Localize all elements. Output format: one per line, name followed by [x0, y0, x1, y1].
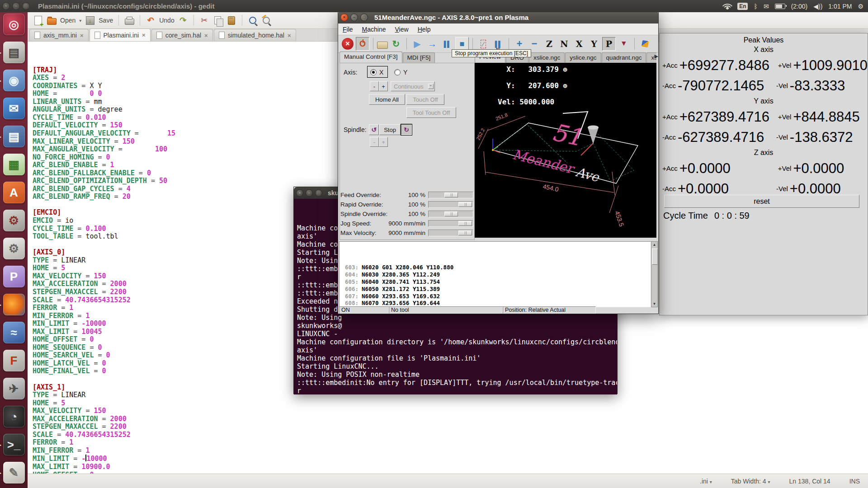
- reload-file-button[interactable]: ↻: [389, 37, 403, 51]
- toolbox-icon[interactable]: A: [3, 182, 25, 203]
- gedit-tab[interactable]: Plasmaini.ini ×: [90, 28, 151, 41]
- clear-plot-button[interactable]: [638, 37, 652, 51]
- spindle-stop-button[interactable]: Stop: [379, 124, 401, 135]
- preview-pane[interactable]: 454.0 453.5 251.8 252.2 51 Meander Ave X…: [475, 63, 656, 238]
- view-y-button[interactable]: Y: [587, 37, 601, 51]
- battery-icon[interactable]: [775, 4, 785, 9]
- maximize-window-button[interactable]: □: [315, 189, 322, 197]
- preferences-icon[interactable]: ⚙: [3, 238, 25, 259]
- open-dropdown-icon[interactable]: ▾: [79, 18, 81, 23]
- spindle-cw-button[interactable]: ↻: [401, 124, 412, 135]
- axis-y-radio[interactable]: Y: [394, 69, 407, 76]
- menu-item[interactable]: Help: [413, 26, 435, 33]
- slider[interactable]: [428, 230, 473, 236]
- freecad-icon[interactable]: F: [3, 350, 25, 371]
- stop-button[interactable]: ■: [455, 37, 469, 51]
- tab[interactable]: xslice.ngc: [529, 52, 565, 63]
- home-all-button[interactable]: Home All: [369, 94, 405, 105]
- ubuntu-dash-button[interactable]: ◎: [3, 14, 25, 35]
- zoom-out-button[interactable]: −: [528, 37, 541, 51]
- bluetooth-icon[interactable]: ᛒ: [754, 3, 757, 10]
- replace-icon[interactable]: [261, 15, 271, 25]
- spindle-plus-button[interactable]: +: [379, 137, 388, 147]
- print-button[interactable]: [124, 15, 134, 25]
- menu-item[interactable]: Machine: [358, 26, 391, 33]
- files-icon[interactable]: ▸ ▤: [3, 42, 25, 63]
- open-button-label[interactable]: Open: [60, 17, 75, 24]
- undo-icon[interactable]: ↶: [146, 15, 156, 25]
- open-button-icon[interactable]: [47, 15, 57, 25]
- jog-mode-select[interactable]: Continuous ⯆: [391, 81, 435, 91]
- close-window-button[interactable]: ×: [2, 2, 10, 10]
- reset-button[interactable]: reset: [664, 195, 859, 208]
- slider[interactable]: [428, 211, 473, 217]
- view-z-rotated-button[interactable]: N: [557, 37, 571, 51]
- office-document-icon[interactable]: ▸ ▤: [3, 126, 25, 147]
- axis-x-radio[interactable]: X: [370, 69, 383, 76]
- menu-item[interactable]: File: [338, 26, 358, 33]
- save-button-label[interactable]: Save: [99, 17, 113, 24]
- view-z-button[interactable]: Z: [542, 37, 556, 51]
- wifi-icon[interactable]: [723, 3, 731, 9]
- gcode-scrollbar[interactable]: ▲ ▼: [651, 241, 658, 307]
- session-gear-icon[interactable]: ⚙: [858, 3, 863, 10]
- filetype-select[interactable]: .ini ▾: [700, 478, 712, 485]
- maximize-window-button[interactable]: □: [22, 2, 30, 10]
- gedit-tab[interactable]: simulated_home.hal ×: [214, 29, 296, 41]
- skip-lines-button[interactable]: ∕: [476, 37, 490, 51]
- undo-button-label[interactable]: Undo: [159, 17, 174, 24]
- volume-icon[interactable]: ◀)): [813, 3, 822, 10]
- spindle-ccw-button[interactable]: ↺: [369, 124, 379, 135]
- machine-power-button[interactable]: O: [356, 37, 369, 51]
- save-button-icon[interactable]: ↓: [85, 15, 95, 25]
- gcode-line[interactable]: 605:N6040 X280.741 Y113.754: [341, 278, 651, 286]
- mail-icon[interactable]: ✉: [764, 3, 769, 10]
- tool-touch-off-button[interactable]: Tool Touch Off: [406, 107, 456, 118]
- pause-button[interactable]: ▌▌: [440, 37, 454, 51]
- optional-pause-button[interactable]: ▌▌ M1: [491, 37, 505, 51]
- estop-button[interactable]: ×: [342, 38, 354, 50]
- gedit-tab[interactable]: core_sim.hal ×: [151, 29, 213, 41]
- close-tab-icon[interactable]: ×: [142, 32, 146, 38]
- close-tab-icon[interactable]: ×: [204, 32, 208, 39]
- tab[interactable]: yslice.ngc: [565, 52, 601, 63]
- slider[interactable]: [428, 220, 473, 227]
- tab[interactable]: MDI [F5]: [403, 52, 435, 63]
- minimize-window-button[interactable]: −: [306, 189, 313, 197]
- minimize-window-button[interactable]: −: [12, 2, 20, 10]
- rotate-view-button[interactable]: ▲: [617, 37, 631, 51]
- step-button[interactable]: →: [425, 37, 439, 51]
- gcode-line[interactable]: 603:N6020 G01 X280.046 Y110.880: [341, 264, 651, 271]
- jog-plus-button[interactable]: +: [379, 81, 388, 91]
- system-monitor-icon[interactable]: ≈: [3, 322, 25, 343]
- close-window-button[interactable]: ×: [296, 189, 303, 197]
- slider[interactable]: [428, 192, 473, 198]
- thunderbird-icon[interactable]: ✉: [3, 98, 25, 119]
- cut-icon[interactable]: ✂: [199, 15, 209, 25]
- chromium-icon[interactable]: ▸ ◉: [3, 70, 25, 91]
- maximize-window-button[interactable]: □: [360, 14, 368, 21]
- close-tab-icon[interactable]: ×: [80, 32, 84, 39]
- gcode-line[interactable]: 607:N6060 X293.653 Y169.632: [341, 293, 651, 300]
- firefox-icon[interactable]: ▸: [3, 294, 25, 315]
- clock-icon[interactable]: ◔: [3, 406, 25, 427]
- copy-icon[interactable]: [213, 15, 223, 25]
- clock[interactable]: 1:01 PM: [828, 3, 852, 10]
- terminal-icon[interactable]: ▸ >_: [3, 434, 25, 455]
- gcode-listing[interactable]: 603:N6020 G01 X280.046 Y110.880604:N6030…: [339, 241, 651, 307]
- view-x-button[interactable]: X: [572, 37, 586, 51]
- system-tools-icon[interactable]: ⚙: [3, 210, 25, 231]
- gedit-tab[interactable]: axis_mm.ini ×: [29, 29, 89, 41]
- open-file-button[interactable]: [377, 42, 388, 49]
- view-perspective-button[interactable]: P: [602, 37, 616, 51]
- zoom-in-button[interactable]: +: [513, 37, 526, 51]
- close-window-button[interactable]: ×: [340, 14, 348, 21]
- slider[interactable]: [428, 201, 473, 208]
- keyboard-indicator[interactable]: En: [737, 3, 748, 10]
- touch-off-button[interactable]: Touch Off: [406, 94, 444, 105]
- gedit-icon[interactable]: ▸ ✎: [3, 462, 25, 483]
- tab-scroll-icon[interactable]: ▶: [655, 53, 658, 59]
- paste-icon[interactable]: [226, 15, 236, 25]
- spindle-minus-button[interactable]: -: [370, 137, 379, 147]
- run-button[interactable]: ▶: [410, 37, 424, 51]
